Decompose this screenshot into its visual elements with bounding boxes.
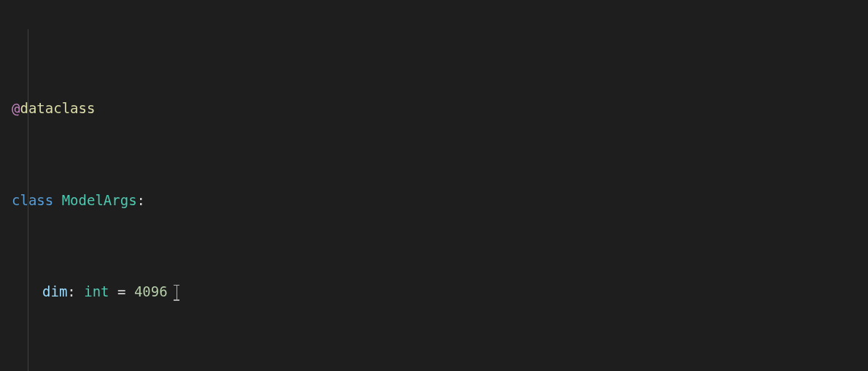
text-cursor [176, 285, 177, 301]
code-editor[interactable]: @dataclass class ModelArgs: dim: int = 4… [0, 0, 868, 371]
number-literal: 4096 [134, 283, 168, 299]
decorator-at: @ [12, 100, 20, 116]
code-line: @dataclass [12, 97, 868, 120]
field-name: dim [42, 283, 67, 299]
code-line: class ModelArgs: [12, 189, 868, 212]
colon: : [137, 192, 145, 208]
type-int: int [84, 283, 109, 299]
keyword-class: class [12, 192, 53, 208]
class-name: ModelArgs [62, 192, 137, 208]
decorator-name: dataclass [20, 100, 95, 116]
code-line: dim: int = 4096 [12, 280, 868, 303]
